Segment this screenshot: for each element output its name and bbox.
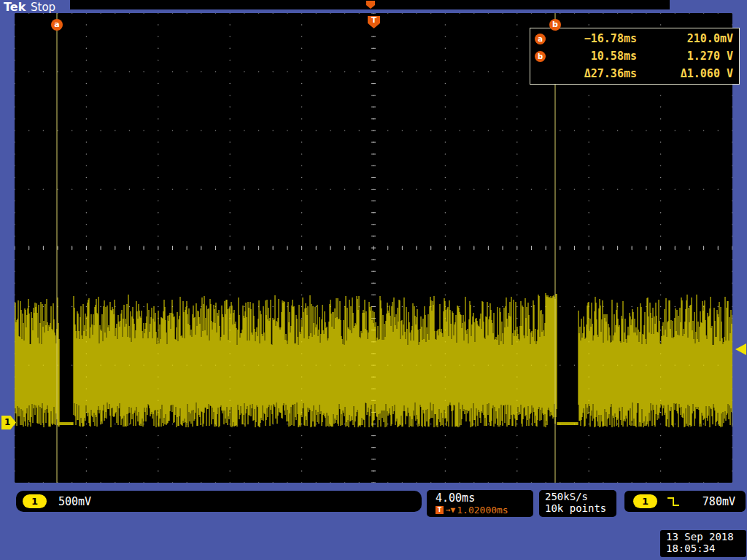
trigger-letter: T [371,15,377,25]
sample-rate: 250kS/s [545,491,616,502]
cursor-delta-value: Δ1.060 V [637,67,733,80]
cursor-b-time: 10.58ms [551,50,637,63]
tek-logo: Tek [4,0,26,14]
trigger-t-icon: T [436,506,444,514]
trigger-delay-row: T →▼ 1.02000ms [436,505,533,516]
trigger-level-arrow-icon[interactable] [735,343,746,355]
cursor-b-badge: b [535,51,546,62]
trigger-settings-box[interactable]: 1 780mV [624,491,746,512]
delay-arrow-icon: →▼ [446,505,455,515]
falling-edge-icon [666,496,681,508]
datetime-box: 13 Sep 2018 18:05:34 [660,530,746,557]
cursor-a-time: −16.78ms [551,32,637,45]
record-length: 10k points [545,502,616,514]
channel1-ground-marker[interactable]: 1 [1,416,16,429]
cursor-delta-time: Δ27.36ms [551,67,637,80]
display-graticule: T a −16.78ms 210.0mV b 10.58ms 1.270 V Δ… [15,13,732,483]
cursor-a-badge: a [535,34,546,44]
acquisition-box[interactable]: 250kS/s 10k points [539,490,616,517]
trigger-source-badge: 1 [633,494,657,508]
time-label: 18:05:34 [666,542,746,554]
cursor-a-value: 210.0mV [637,32,733,45]
cursor-readout-panel: a −16.78ms 210.0mV b 10.58ms 1.270 V Δ27… [530,28,740,85]
acquisition-status: Stop [31,1,55,14]
channel1-badge: 1 [23,494,47,508]
date-label: 13 Sep 2018 [666,531,746,542]
cursor-b-handle[interactable]: b [549,19,561,31]
timebase-scale: 4.00ms [436,491,533,505]
horizontal-settings-box[interactable]: 4.00ms T →▼ 1.02000ms [427,490,533,517]
channel1-scale: 500mV [58,495,91,508]
channel1-scale-box[interactable]: 1 500mV [16,491,422,512]
cursor-a-handle[interactable]: a [51,19,63,31]
trigger-delay-value: 1.02000ms [457,505,508,516]
cursor-b-value: 1.270 V [637,50,733,63]
trigger-level-value: 780mV [703,495,735,508]
